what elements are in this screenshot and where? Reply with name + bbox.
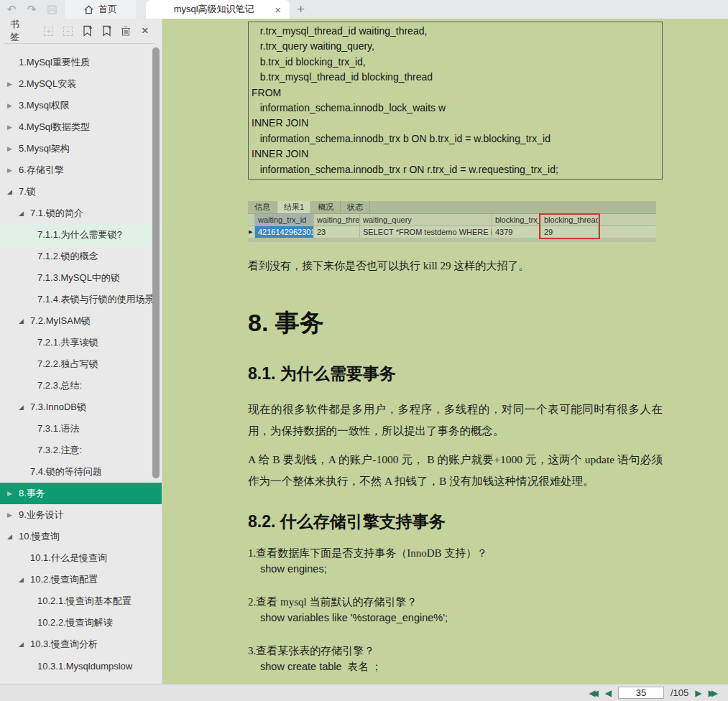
close-panel-button[interactable]: × xyxy=(137,24,153,38)
col-waiting-query: waiting_query xyxy=(360,214,492,226)
result-tab-status[interactable]: 状态 xyxy=(341,201,370,213)
tree-arrow-icon[interactable]: ▶ xyxy=(7,80,19,88)
bookmark-item[interactable]: 10.3.1.Mysqldumpslow xyxy=(0,655,162,677)
bookmark-item-label: 8.事务 xyxy=(19,487,45,500)
bookmark-item[interactable]: 7.1.2.锁的概念 xyxy=(0,246,162,267)
collapse-all-button[interactable]: − xyxy=(60,24,76,38)
sql-code-block: r.trx_mysql_thread_id waiting_thread, r.… xyxy=(248,22,663,180)
bookmark-item-label: 10.3.1.Mysqldumpslow xyxy=(37,661,132,672)
bookmark-item-label: 7.2.MyISAM锁 xyxy=(30,315,91,328)
bookmark-item[interactable]: ◢ 7.3.InnoDB锁 xyxy=(0,396,162,418)
row-marker-icon: ▶ xyxy=(248,226,255,238)
bookmark-item-label: 7.2.1.共享读锁 xyxy=(37,336,98,349)
tree-arrow-icon[interactable]: ▶ xyxy=(7,490,19,497)
bookmark-item[interactable]: ▶ 5.Mysql架构 xyxy=(0,138,162,159)
bookmark-item[interactable]: ◢ 10.2.慢查询配置 xyxy=(0,569,162,590)
bookmark-item[interactable]: 7.3.1.语法 xyxy=(0,418,162,440)
bookmark-item[interactable]: 7.1.1.为什么需要锁? xyxy=(0,224,162,246)
bookmark-item[interactable]: 7.3.2.注意: xyxy=(0,440,162,461)
bookmarks-panel: 书签 + − xyxy=(0,19,162,684)
bookmark-item[interactable]: 7.2.2.独占写锁 xyxy=(0,353,162,375)
bookmark-item[interactable]: ▶ 2.MySQL安装 xyxy=(0,73,162,95)
tree-arrow-icon[interactable]: ▶ xyxy=(7,124,19,131)
close-tab-icon[interactable]: × xyxy=(272,4,284,16)
bookmark-item[interactable]: ▶ 4.MySql数据类型 xyxy=(0,116,162,138)
bookmark-item[interactable]: ◢ 10.慢查询 xyxy=(0,526,162,547)
expand-all-button[interactable]: + xyxy=(41,24,57,38)
new-tab-button[interactable]: + xyxy=(290,0,312,19)
bookmark-remove-icon xyxy=(101,25,112,37)
prev-page-button[interactable]: ◀ xyxy=(605,689,612,697)
cell-waiting-trx-id: 421614296230176 xyxy=(255,226,314,238)
tree-arrow-icon[interactable]: ◢ xyxy=(19,404,30,411)
page-number-input[interactable] xyxy=(618,687,664,699)
tree-arrow-icon[interactable]: ▶ xyxy=(7,511,19,519)
result-tab-overview[interactable]: 概况 xyxy=(311,201,341,213)
save-button[interactable] xyxy=(45,2,59,17)
bookmarks-header: 书签 + − xyxy=(0,19,162,43)
cell-blocking-trx-id: 4379 xyxy=(492,226,541,238)
tree-arrow-icon[interactable]: ◢ xyxy=(7,533,19,540)
question-code: show engines; xyxy=(248,561,663,577)
remove-bookmark-button[interactable] xyxy=(98,24,115,38)
result-tab-info[interactable]: 信息 xyxy=(248,201,277,213)
expand-all-icon: + xyxy=(44,27,53,36)
bookmark-item[interactable]: 7.2.1.共享读锁 xyxy=(0,332,162,353)
last-page-button[interactable]: ▶▶ xyxy=(709,689,718,697)
bookmark-item[interactable]: 1.MySql重要性质 xyxy=(0,52,162,73)
bookmark-item-label: 10.1.什么是慢查询 xyxy=(30,552,107,565)
home-tab[interactable]: 首页 xyxy=(65,0,136,19)
question-text: 3.查看某张表的存储引擎？ xyxy=(248,643,663,659)
col-waiting-thread: waiting_thread xyxy=(314,214,360,226)
result-tab-result1[interactable]: 结果1 xyxy=(277,201,311,213)
redo-button[interactable]: ↷ xyxy=(24,2,39,17)
tree-arrow-icon[interactable]: ◢ xyxy=(19,317,30,325)
sidebar-scrollbar[interactable] xyxy=(152,47,160,478)
bookmark-item[interactable]: 10.2.2.慢查询解读 xyxy=(0,612,162,633)
document-tab[interactable]: mysql高级知识笔记 × xyxy=(146,0,290,19)
bookmark-item-label: 7.1.锁的简介 xyxy=(30,207,83,220)
cell-waiting-query: SELECT *FROM testdemo WHERE id = 1 xyxy=(360,226,492,238)
first-page-button[interactable]: ◀◀ xyxy=(589,689,598,697)
bookmark-item[interactable]: 10.1.什么是慢查询 xyxy=(0,547,162,569)
status-bar: ◀◀ ◀ /105 ▶ ▶▶ xyxy=(0,684,728,701)
bookmark-item[interactable]: 10.2.1.慢查询基本配置 xyxy=(0,590,162,612)
tree-arrow-icon[interactable]: ◢ xyxy=(19,576,30,583)
tree-arrow-icon[interactable]: ▶ xyxy=(7,167,19,174)
tree-arrow-icon[interactable]: ◢ xyxy=(19,641,30,648)
top-tab-bar: ↶ ↷ 首页 mysql高级知识笔记 × + xyxy=(0,0,728,19)
home-tab-label: 首页 xyxy=(98,3,117,16)
engine-question-3: 3.查看某张表的存储引擎？ show create table 表名 ； xyxy=(248,643,663,674)
bookmark-add-icon xyxy=(82,25,93,37)
tree-arrow-icon[interactable]: ▶ xyxy=(7,145,19,152)
save-icon xyxy=(47,4,57,15)
bookmark-item[interactable]: ▶ 9.业务设计 xyxy=(0,504,162,526)
cell-filler xyxy=(599,226,656,238)
tree-arrow-icon[interactable]: ◢ xyxy=(19,210,30,217)
bookmark-item[interactable]: ◢ 7.2.MyISAM锁 xyxy=(0,310,162,332)
bookmark-item[interactable]: ▶ 3.Mysql权限 xyxy=(0,95,162,116)
bookmark-item[interactable]: 7.4.锁的等待问题 xyxy=(0,461,162,483)
bookmark-item[interactable]: ◢ 7.1.锁的简介 xyxy=(0,203,162,224)
question-text: 1.查看数据库下面是否支持事务（InnoDB 支持）？ xyxy=(248,545,663,561)
question-text: 2.查看 mysql 当前默认的存储引擎？ xyxy=(248,594,663,610)
bookmark-item-label: 2.MySQL安装 xyxy=(19,78,76,90)
bookmark-item-label: 7.3.InnoDB锁 xyxy=(30,401,86,414)
bookmark-item[interactable]: ◢ 10.3.慢查询分析 xyxy=(0,633,162,655)
bookmark-item-label: 7.4.锁的等待问题 xyxy=(30,465,102,478)
bookmark-item[interactable]: ▶ 6.存储引擎 xyxy=(0,159,162,181)
bookmark-item-label: 10.慢查询 xyxy=(19,530,60,543)
bookmark-item[interactable]: ◢ 7.锁 xyxy=(0,181,162,203)
bookmark-item[interactable]: ▶ 8.事务 xyxy=(0,483,162,504)
bookmark-item[interactable]: 7.2.3.总结: xyxy=(0,375,162,396)
bookmark-item[interactable]: 7.1.4.表锁与行锁的使用场景 xyxy=(0,289,162,310)
next-page-button[interactable]: ▶ xyxy=(695,689,701,697)
tree-arrow-icon[interactable]: ◢ xyxy=(7,188,19,195)
bookmark-item[interactable]: 7.1.3.MySQL中的锁 xyxy=(0,267,162,289)
undo-button[interactable]: ↶ xyxy=(4,2,19,17)
row-marker-header xyxy=(248,214,255,226)
delete-bookmark-button[interactable] xyxy=(118,24,134,38)
col-blocking-trx-id: blocking_trx_id xyxy=(492,214,541,226)
add-bookmark-button[interactable] xyxy=(79,24,96,38)
tree-arrow-icon[interactable]: ▶ xyxy=(7,102,19,109)
